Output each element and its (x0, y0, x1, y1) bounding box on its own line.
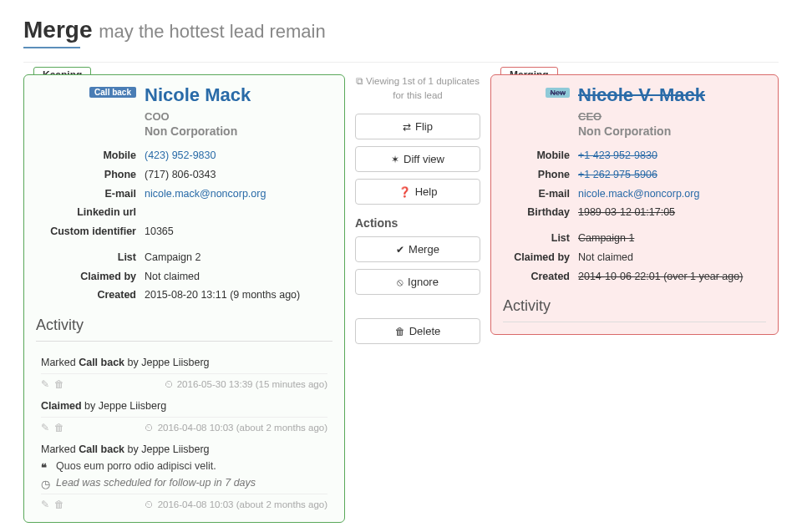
activity-item: Marked Call back by Jeppe Liisberg ❝Quos… (36, 437, 332, 514)
duplicate-info: ⧉Viewing 1st of 1 duplicates for this le… (355, 74, 480, 104)
edit-icon[interactable]: ✎ (41, 379, 49, 389)
field-label-email: E-mail (503, 186, 578, 202)
title-main: Merge (23, 17, 92, 43)
copy-icon: ⧉ (356, 76, 363, 86)
keeping-job-title: COO (145, 110, 251, 123)
field-value-mobile[interactable]: +1 423 952-9830 (578, 148, 766, 164)
center-controls: ⧉Viewing 1st of 1 duplicates for this le… (355, 74, 480, 351)
swap-icon: ⇄ (403, 121, 411, 133)
field-label-mobile: Mobile (503, 148, 578, 164)
field-value-email[interactable]: nicole.mack@noncorp.org (578, 186, 766, 202)
keeping-lead-name[interactable]: Nicole Mack (145, 85, 251, 105)
field-label-email: E-mail (36, 186, 145, 202)
field-value-customid: 10365 (145, 224, 332, 240)
merge-button[interactable]: ✔Merge (355, 236, 480, 262)
field-value-list: Campaign 2 (145, 250, 332, 266)
field-label-claimed: Claimed by (503, 250, 578, 266)
field-value-linkedin (145, 205, 332, 220)
field-value-claimed: Not claimed (145, 269, 332, 285)
delete-icon[interactable]: 🗑 (54, 423, 64, 433)
field-label-phone: Phone (36, 167, 145, 183)
field-value-created: 2014-10-06 22:01 (over 1 year ago) (578, 269, 766, 285)
eye-slash-icon: ⦸ (397, 276, 404, 288)
ignore-button[interactable]: ⦸Ignore (355, 269, 480, 295)
delete-button[interactable]: 🗑Delete (355, 318, 480, 344)
keeping-panel: Call back Nicole Mack COO Non Corporatio… (23, 74, 345, 523)
merging-company: Non Corporation (578, 124, 705, 138)
edit-icon[interactable]: ✎ (41, 499, 49, 509)
page-header: Merge may the hottest lead remain (23, 8, 779, 55)
keeping-company: Non Corporation (145, 124, 251, 138)
activity-time: ⏲ 2016-04-08 10:03 (about 2 months ago) (145, 499, 327, 509)
page-title: Merge may the hottest lead remain (23, 17, 779, 43)
clock-icon: ◷ (41, 478, 50, 490)
activity-time: ⏲ 2016-04-08 10:03 (about 2 months ago) (145, 423, 327, 433)
status-badge-callback: Call back (89, 87, 136, 98)
quote-icon: ❝ (41, 461, 47, 474)
edit-icon[interactable]: ✎ (41, 423, 49, 433)
diff-icon: ✶ (391, 154, 399, 165)
field-label-created: Created (36, 287, 145, 303)
activity-item: Marked Call back by Jeppe Liisberg ✎🗑 ⏲ … (36, 350, 332, 393)
keeping-activity-heading: Activity (36, 317, 332, 334)
field-value-created: 2015-08-20 13:11 (9 months ago) (145, 287, 332, 303)
field-label-customid: Custom identifier (36, 224, 145, 240)
delete-icon[interactable]: 🗑 (54, 499, 64, 509)
merging-activity-heading: Activity (503, 297, 766, 315)
merging-job-title: CEO (578, 110, 705, 123)
field-value-list: Campaign 1 (578, 231, 766, 246)
actions-heading: Actions (355, 216, 480, 230)
help-button[interactable]: ❓Help (355, 179, 480, 205)
field-value-phone: (717) 806-0343 (145, 167, 332, 183)
diff-view-button[interactable]: ✶Diff view (355, 146, 480, 172)
merging-panel: New Nicole V. Mack CEO Non Corporation M… (490, 74, 779, 335)
field-label-created: Created (503, 269, 578, 285)
field-label-claimed: Claimed by (36, 269, 145, 285)
trash-icon: 🗑 (395, 326, 405, 337)
field-label-mobile: Mobile (36, 148, 145, 164)
flip-button[interactable]: ⇄Flip (355, 114, 480, 139)
field-value-birthday: 1989-03-12 01:17:05 (578, 205, 766, 220)
field-label-list: List (503, 231, 578, 246)
help-icon: ❓ (398, 186, 411, 198)
field-label-list: List (36, 250, 145, 266)
check-icon: ✔ (396, 244, 404, 256)
activity-time: ⏲ 2016-05-30 13:39 (15 minutes ago) (165, 379, 328, 389)
status-badge-new: New (546, 88, 570, 98)
title-subtitle: may the hottest lead remain (99, 21, 325, 42)
field-value-email[interactable]: nicole.mack@noncorp.org (145, 186, 332, 202)
field-value-mobile[interactable]: (423) 952-9830 (145, 148, 332, 164)
field-value-claimed: Not claimed (578, 250, 766, 266)
merging-lead-name[interactable]: Nicole V. Mack (578, 85, 705, 105)
field-label-linkedin: Linkedin url (36, 205, 145, 220)
field-value-phone[interactable]: +1 262 975-5906 (578, 167, 766, 183)
field-label-birthday: Birthday (503, 205, 578, 220)
activity-item: Claimed by Jeppe Liisberg ✎🗑 ⏲ 2016-04-0… (36, 393, 332, 437)
delete-icon[interactable]: 🗑 (54, 379, 64, 389)
field-label-phone: Phone (503, 167, 578, 183)
